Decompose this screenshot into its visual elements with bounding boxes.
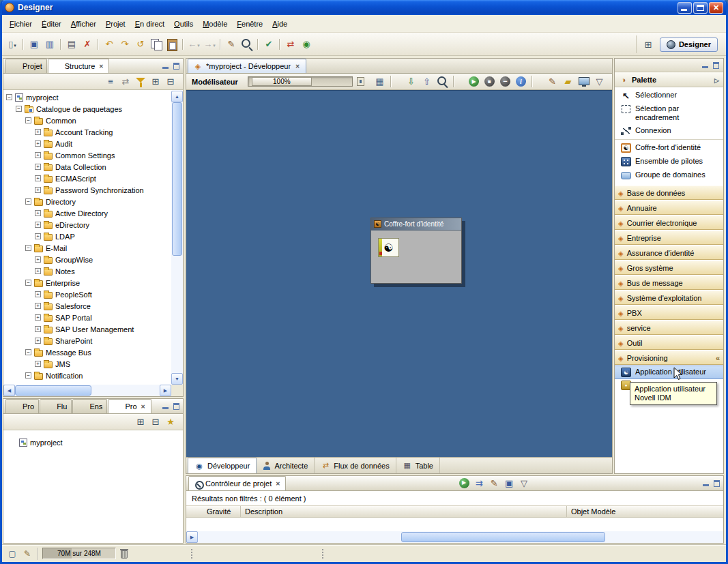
import-image-icon[interactable]: ⇧ [420,74,434,89]
tree-item[interactable]: − Catalogue de paquetages [3,103,171,115]
column-header[interactable]: Gravité [203,506,241,517]
tree-toggle[interactable]: − [25,198,31,205]
save-all-icon[interactable]: ▥ [42,37,57,52]
editor-mode-tab[interactable]: Développeur [188,458,257,473]
copy-icon[interactable] [149,37,164,52]
column-header[interactable]: Objet Modèle [567,506,723,517]
link-with-editor-icon[interactable]: ⇄ [119,75,132,89]
collapse-all-icon[interactable]: ⊟ [164,75,177,89]
tree-toggle[interactable]: + [35,233,41,239]
tree-toggle[interactable]: + [35,164,41,170]
palette-tool[interactable]: Sélection par encadrement [615,102,723,124]
tree-toggle[interactable]: + [35,291,41,297]
tree-toggle[interactable]: + [35,140,41,147]
edit-result-icon[interactable]: ✎ [487,476,501,490]
object-titlebar[interactable]: ☯ Coffre-fort d'identité [371,218,461,231]
dropdown-caret-icon[interactable] [196,39,200,49]
tree-item[interactable]: + SAP User Management [3,323,171,335]
scrollbar-thumb[interactable] [172,102,182,256]
palette-tool[interactable]: Sélectionner [615,89,723,102]
palette-category[interactable]: PBX [615,306,723,320]
palette-tool[interactable]: Connexion [615,124,723,138]
tree-item[interactable]: − Message Bus [3,346,171,358]
menu-item[interactable]: Modèle [198,17,232,31]
dropdown-caret-icon[interactable] [13,39,16,49]
tree-toggle[interactable]: + [35,175,41,181]
statusbar-grip[interactable] [321,548,324,559]
filter-icon[interactable] [134,75,147,89]
view-tab[interactable]: Ens [72,399,107,413]
vertical-scrollbar[interactable]: ▲ ▼ [171,91,183,385]
scroll-left-icon[interactable]: ◀ [3,385,15,396]
menu-item[interactable]: Éditer [37,17,66,31]
tree-item[interactable]: + Password Synchronization [3,184,171,196]
tree-toggle[interactable]: + [35,210,41,216]
editor-mode-tab[interactable]: Table [396,458,440,473]
close-tab-icon[interactable] [98,63,104,70]
garbage-collect-icon[interactable] [120,548,128,559]
tree-item[interactable]: + SAP Portal [3,312,171,323]
view-menu-icon[interactable]: ▽ [517,476,531,490]
statusbar-grip[interactable] [190,548,193,559]
expand-all-icon[interactable]: ⊞ [149,75,162,89]
monitor-icon[interactable] [577,74,591,89]
dropdown-caret-icon[interactable] [212,39,216,49]
close-tab-icon[interactable] [274,480,281,487]
close-button[interactable]: ✕ [709,2,723,14]
tree-item[interactable]: − Common [3,115,171,126]
palette-category[interactable]: Entreprise [615,231,723,245]
tree-toggle[interactable]: + [35,222,41,228]
compare-icon[interactable]: ⇄ [283,37,298,52]
zoom-slider[interactable]: 100% [248,76,353,87]
titlebar[interactable]: Designer ✕ [2,0,726,15]
tree-item[interactable]: − Enterprise [3,277,171,288]
print-icon[interactable]: ▤ [64,37,79,52]
zoom-fit-icon[interactable] [357,77,364,86]
tree-toggle[interactable]: + [35,152,41,158]
horizontal-scrollbar[interactable]: ◀ ▶ [3,385,171,396]
stop-icon[interactable]: ■ [482,74,497,89]
close-tab-icon[interactable] [140,403,147,410]
info-icon[interactable]: i [514,74,528,89]
fast-view-icon[interactable]: ▢ [7,548,18,559]
start-icon[interactable]: ▶ [467,74,481,89]
horizontal-scrollbar[interactable]: ◀ ▶ [186,531,723,543]
tree-item[interactable]: + JMS [3,358,171,370]
tree-item[interactable]: + SharePoint [3,335,171,346]
tree-toggle[interactable]: + [35,129,41,135]
tree-toggle[interactable]: − [6,94,12,100]
open-perspective-icon[interactable]: ⊞ [641,37,656,52]
filter-star-icon[interactable]: ★ [164,415,177,429]
check-project-icon[interactable]: ✔ [261,37,276,52]
palette-item[interactable]: Application utilisateur [615,366,723,379]
tree-toggle[interactable]: + [35,303,41,309]
editor-mode-tab[interactable]: Architecte [257,458,315,473]
tree-toggle[interactable]: + [35,187,41,193]
menu-item[interactable]: En direct [130,17,169,31]
tree-toggle[interactable]: + [35,338,41,344]
menu-item[interactable]: Afficher [66,17,101,31]
palette-category[interactable]: Outil [615,336,723,350]
minimize-view-icon[interactable] [701,61,710,70]
redo-icon[interactable]: ↷ [117,37,132,52]
tree-item[interactable]: + Notes [3,265,171,277]
scrollbar-thumb[interactable] [15,385,91,396]
maximize-view-icon[interactable] [172,62,181,70]
tree-toggle[interactable]: − [25,372,31,379]
palette-header[interactable]: Palette [615,72,723,87]
palette-item[interactable]: Ensemble de pilotes [615,155,723,168]
tree-item[interactable]: − E-Mail [3,242,171,254]
menu-item[interactable]: Aide [267,17,292,31]
checker-tab[interactable]: Contrôleur de projet [188,476,286,490]
view-tab[interactable]: Flu [40,399,72,413]
minimize-view-icon[interactable] [701,479,710,488]
tree-item[interactable]: − Notification [3,370,171,381]
column-header[interactable]: Description [241,506,567,517]
forward-icon[interactable]: → [202,37,217,52]
identity-vault-large-icon[interactable]: ☯ [378,238,399,257]
palette-category[interactable]: Assurance d'identité [615,246,723,260]
tree-toggle[interactable]: + [35,361,41,367]
tree-item[interactable]: + Data Collection [3,161,171,173]
palette-category[interactable]: Gros système [615,261,723,275]
palette-category[interactable]: Système d'exploitation [615,291,723,305]
